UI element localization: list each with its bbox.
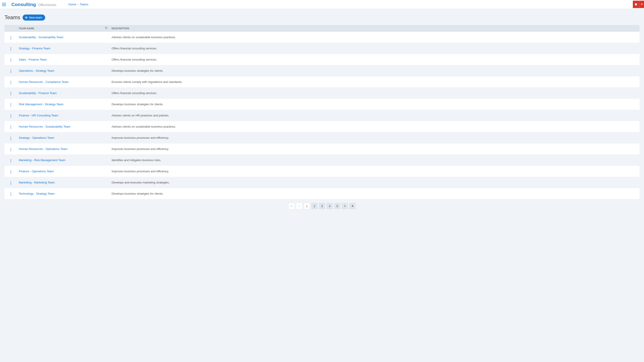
page-number-button[interactable]: 5 — [334, 203, 340, 209]
row-actions-button[interactable] — [10, 192, 12, 197]
team-name-link[interactable]: Finance - HR Consulting Team — [19, 114, 58, 117]
page-prev-button[interactable] — [296, 203, 302, 209]
table-row: Strategy - Finance Team Offers financial… — [4, 43, 640, 54]
row-actions-button[interactable] — [10, 80, 12, 85]
row-actions-button[interactable] — [10, 136, 12, 141]
team-description: Advises clients on HR practices and poli… — [110, 110, 640, 121]
team-name-link[interactable]: Sales - Finance Team — [19, 58, 47, 61]
bell-icon — [634, 3, 638, 6]
notifications-button[interactable] — [633, 1, 639, 8]
row-actions-button[interactable] — [10, 69, 12, 74]
breadcrumb-separator: » — [77, 3, 79, 6]
team-name-link[interactable]: Strategy - Finance Team — [19, 47, 50, 50]
team-description: Ensures clients comply with regulations … — [110, 76, 640, 88]
team-description: Develops business strategies for clients… — [110, 188, 640, 199]
column-team-name[interactable]: Team Name — [17, 25, 110, 32]
page-next-button[interactable] — [342, 203, 348, 209]
team-description: Develops business strategies for clients… — [110, 65, 640, 76]
team-name-link[interactable]: Operations - Strategy Team — [19, 69, 54, 72]
team-description: Advises clients on sustainable business … — [110, 121, 640, 132]
team-name-link[interactable]: Human Resources - Sustainability Team — [19, 125, 70, 128]
team-name-link[interactable]: Sustainability - Sustainability Team — [19, 35, 64, 39]
breadcrumb-current: Teams — [80, 3, 88, 6]
table-row: Strategy - Operations Team Improves busi… — [4, 132, 640, 143]
team-description: Improves business processes and efficien… — [110, 166, 640, 177]
team-description: Develops and executes marketing strategi… — [110, 177, 640, 188]
brand-sub: OfficeSeries — [38, 3, 56, 7]
row-actions-button[interactable] — [10, 91, 12, 96]
row-actions-button[interactable] — [10, 181, 12, 185]
chevron-last-icon — [351, 205, 354, 207]
table-row: Sustainability - Sustainability Team Adv… — [4, 32, 640, 43]
main-content: Teams New team Team Name Description — [0, 9, 644, 218]
table-row: Marketing - Marketing Team Develops and … — [4, 177, 640, 188]
table-row: Human Resources - Sustainability Team Ad… — [4, 121, 640, 132]
column-description[interactable]: Description — [110, 25, 640, 32]
column-actions — [4, 25, 17, 32]
team-name-link[interactable]: Sustainability - Finance Team — [19, 91, 57, 95]
table-row: Sustainability - Finance Team Offers fin… — [4, 88, 640, 99]
row-actions-button[interactable] — [10, 102, 12, 107]
chevron-right-icon — [344, 205, 346, 207]
table-row: Human Resources - Operations Team Improv… — [4, 143, 640, 155]
chevron-left-icon — [298, 205, 300, 207]
row-actions-button[interactable] — [10, 113, 12, 118]
row-actions-button[interactable] — [10, 125, 12, 130]
menu-toggle-button[interactable] — [0, 0, 8, 9]
notifications-dropdown-button[interactable] — [639, 1, 644, 8]
new-team-button[interactable]: New team — [22, 14, 46, 20]
team-name-link[interactable]: Marketing - Marketing Team — [19, 181, 55, 184]
team-name-link[interactable]: Human Resources - Compliance Team — [19, 80, 69, 84]
table-row: Sales - Finance Team Offers financial co… — [4, 54, 640, 65]
row-actions-button[interactable] — [10, 58, 12, 62]
page-number-button[interactable]: 1 — [304, 203, 310, 209]
row-actions-button[interactable] — [10, 169, 12, 174]
page-number-button[interactable]: 4 — [326, 203, 333, 209]
team-name-link[interactable]: Finance - Operations Team — [19, 170, 54, 173]
new-team-button-label: New team — [29, 16, 42, 19]
caret-down-icon — [641, 4, 643, 5]
header-right — [633, 1, 644, 8]
breadcrumb-home[interactable]: Home — [68, 3, 76, 6]
hamburger-icon — [2, 3, 6, 6]
team-name-link[interactable]: Strategy - Operations Team — [19, 136, 54, 139]
page-number-button[interactable]: 3 — [319, 203, 325, 209]
table-row: Operations - Strategy Team Develops busi… — [4, 65, 640, 76]
filter-icon — [105, 27, 108, 29]
team-description: Improves business processes and efficien… — [110, 143, 640, 155]
page-header: Teams New team — [4, 14, 640, 20]
team-description: Advises clients on sustainable business … — [110, 32, 640, 43]
row-actions-button[interactable] — [10, 46, 12, 51]
team-description: Offers financial consulting services. — [110, 43, 640, 54]
table-row: Technology - Strategy Team Develops busi… — [4, 188, 640, 199]
row-actions-button[interactable] — [10, 147, 12, 152]
brand[interactable]: Consulting OfficeSeries — [8, 2, 60, 7]
pagination: 12345 — [4, 199, 640, 213]
row-actions-button[interactable] — [10, 35, 12, 40]
team-description: Develops business strategies for clients… — [110, 99, 640, 110]
team-name-link[interactable]: Technology - Strategy Team — [19, 192, 55, 195]
team-description: Offers financial consulting services. — [110, 54, 640, 65]
team-description: Improves business processes and efficien… — [110, 132, 640, 143]
table-row: Finance - Operations Team Improves busin… — [4, 166, 640, 177]
team-name-link[interactable]: Risk Management - Strategy Team — [19, 103, 64, 106]
page-last-button[interactable] — [349, 203, 356, 209]
table-row: Risk Management - Strategy Team Develops… — [4, 99, 640, 110]
team-description: Offers financial consulting services. — [110, 88, 640, 99]
table-row: Marketing - Risk Management Team Identif… — [4, 155, 640, 166]
table-row: Human Resources - Compliance Team Ensure… — [4, 76, 640, 88]
page-first-button[interactable] — [288, 203, 295, 209]
brand-main: Consulting — [12, 2, 36, 7]
breadcrumb: Home » Teams — [68, 3, 88, 6]
plus-icon — [25, 16, 28, 19]
table-row: Finance - HR Consulting Team Advises cli… — [4, 110, 640, 121]
filter-button[interactable] — [105, 27, 108, 30]
teams-table: Team Name Description Sustainability - S… — [4, 25, 640, 199]
page-number-button[interactable]: 2 — [311, 203, 318, 209]
team-name-link[interactable]: Marketing - Risk Management Team — [19, 158, 66, 162]
chevron-first-icon — [290, 205, 293, 207]
team-description: Identifies and mitigates business risks. — [110, 155, 640, 166]
team-name-link[interactable]: Human Resources - Operations Team — [19, 147, 68, 151]
page-title: Teams — [4, 14, 20, 20]
row-actions-button[interactable] — [10, 158, 12, 163]
